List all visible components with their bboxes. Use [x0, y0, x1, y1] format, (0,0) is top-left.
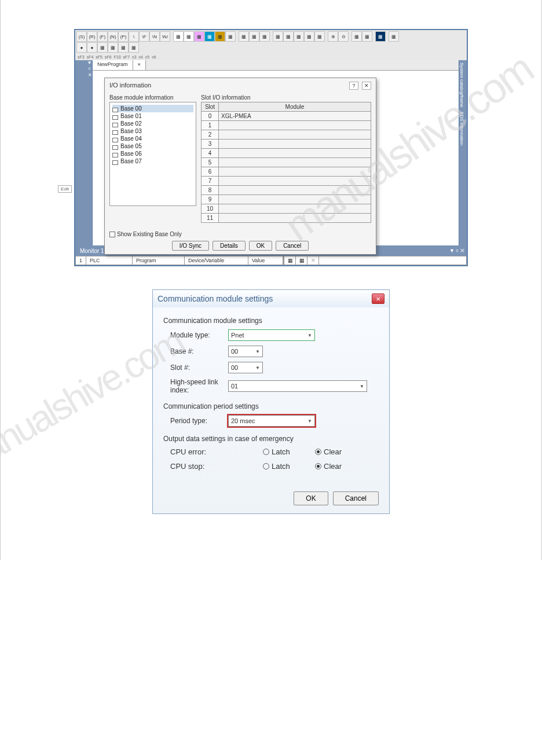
- right-tab-1[interactable]: System catalog/frame: [459, 60, 464, 109]
- cpu-error-label: CPU error:: [170, 447, 263, 456]
- table-row[interactable]: 3: [202, 140, 371, 149]
- table-row[interactable]: 2: [202, 130, 371, 140]
- hint: sF6: [105, 55, 112, 59]
- tb-icon-20[interactable]: ●: [87, 42, 97, 53]
- tree-item[interactable]: Base 05: [112, 142, 193, 150]
- checkbox-icon: [109, 232, 115, 237]
- close-icon[interactable]: ✕: [372, 293, 384, 304]
- cpu-stop-clear[interactable]: Clear: [315, 462, 367, 471]
- table-row[interactable]: 7: [202, 177, 371, 186]
- tb-icon-5[interactable]: ▦: [215, 31, 225, 42]
- tb-p[interactable]: (P): [118, 31, 129, 42]
- tb-n[interactable]: (N): [108, 31, 118, 42]
- tb-icon-9[interactable]: ▦: [259, 31, 270, 42]
- slot-table: Slot Module 0XGL-PMEA 1 2 3 4 5 6 7: [201, 102, 371, 223]
- table-row[interactable]: 11: [202, 214, 371, 223]
- tb-x4[interactable]: \N/: [160, 31, 170, 42]
- tb-icon-23[interactable]: ▦: [118, 42, 129, 53]
- tb-f[interactable]: (F): [97, 31, 108, 42]
- tb-icon-4[interactable]: ▦: [204, 31, 215, 42]
- table-row[interactable]: 6: [202, 167, 371, 177]
- table-row[interactable]: 5: [202, 158, 371, 167]
- tb-s[interactable]: (S): [76, 31, 87, 42]
- table-row[interactable]: 4: [202, 149, 371, 158]
- io-sync-button[interactable]: I/O Sync: [172, 241, 209, 251]
- base-tree[interactable]: Base 00 Base 01 Base 02 Base 03 Base 04 …: [109, 102, 196, 206]
- tb-x2[interactable]: \F: [139, 31, 149, 42]
- tb-icon-18[interactable]: ▦: [389, 31, 399, 42]
- radio-icon: [315, 463, 321, 469]
- ok-button[interactable]: OK: [249, 241, 272, 251]
- tree-item[interactable]: Base 01: [112, 112, 193, 120]
- table-row[interactable]: 10: [202, 204, 371, 214]
- help-icon[interactable]: ?: [349, 82, 358, 90]
- table-row[interactable]: 8: [202, 186, 371, 195]
- details-button[interactable]: Details: [213, 241, 246, 251]
- tb-icon-6[interactable]: ▦: [225, 31, 236, 42]
- tb-icon-7[interactable]: ▦: [239, 31, 249, 42]
- edit-tab[interactable]: Edit: [58, 185, 72, 193]
- cpu-error-clear[interactable]: Clear: [315, 447, 367, 456]
- tb-icon-10[interactable]: ▦: [273, 31, 283, 42]
- chevron-down-icon: ▼: [255, 365, 260, 370]
- tb-icon-8[interactable]: ▦: [249, 31, 259, 42]
- tb-icon-24[interactable]: ▦: [129, 42, 139, 53]
- right-tab-2[interactable]: EDS information: [459, 109, 464, 148]
- hint: sF7: [123, 55, 130, 59]
- tree-item[interactable]: Base 04: [112, 135, 193, 142]
- period-select[interactable]: 20 msec ▼: [228, 415, 315, 427]
- cpu-stop-latch[interactable]: Latch: [263, 462, 315, 471]
- tab-close-icon[interactable]: ×: [133, 60, 146, 70]
- tb-icon-15[interactable]: ▦: [351, 31, 362, 42]
- panel-controls[interactable]: ▼ ⌗ ✕: [447, 248, 467, 254]
- tb-icon-22[interactable]: ▦: [108, 42, 118, 53]
- tb-icon-16[interactable]: ▦: [362, 31, 372, 42]
- tree-item[interactable]: Base 02: [112, 120, 193, 127]
- module-type-select[interactable]: Pnet ▼: [228, 329, 315, 341]
- tb-x3[interactable]: \N: [149, 31, 160, 42]
- tree-item[interactable]: Base 06: [112, 150, 193, 157]
- cancel-button[interactable]: Cancel: [333, 491, 379, 505]
- radio-label: Latch: [272, 462, 290, 471]
- hint: F10: [114, 55, 121, 59]
- tb-icon-21[interactable]: ▦: [97, 42, 108, 53]
- tb-icon-3[interactable]: ▦: [194, 31, 204, 42]
- table-row[interactable]: 9: [202, 195, 371, 204]
- close-icon[interactable]: ✕: [362, 82, 371, 90]
- slot-select[interactable]: 00 ▼: [228, 362, 263, 373]
- tb-zoom-in-icon[interactable]: ⊕: [328, 31, 338, 42]
- show-existing-checkbox[interactable]: Show Existing Base Only: [109, 231, 182, 237]
- tb-x1[interactable]: \: [129, 31, 139, 42]
- check-program-grid: ▦ ▦ ✕: [284, 256, 467, 265]
- tb-icon-2[interactable]: ▦: [184, 31, 194, 42]
- tree-item[interactable]: Base 07: [112, 157, 193, 165]
- hsl-select[interactable]: 01 ▼: [228, 380, 367, 392]
- tb-icon-14[interactable]: ▦: [314, 31, 325, 42]
- tree-item[interactable]: Base 03: [112, 127, 193, 135]
- dock-controls[interactable]: ▼ ⌗ ✕: [87, 60, 92, 78]
- slot-label: Slot #:: [170, 364, 228, 372]
- cancel-button[interactable]: Cancel: [276, 241, 309, 251]
- table-row[interactable]: 0XGL-PMEA: [202, 112, 371, 121]
- tb-icon-13[interactable]: ▦: [304, 31, 314, 42]
- base-select[interactable]: 00 ▼: [228, 346, 263, 357]
- module-type-label: Module type:: [170, 331, 228, 339]
- table-row[interactable]: 1: [202, 121, 371, 130]
- tb-icon-17[interactable]: ▦: [375, 31, 386, 42]
- col-device: Device/Variable: [185, 256, 248, 265]
- chevron-down-icon: ▼: [307, 333, 312, 338]
- tab-newprogram[interactable]: NewProgram: [93, 60, 133, 70]
- tree-item[interactable]: Base 00: [112, 105, 193, 112]
- tb-icon-11[interactable]: ▦: [283, 31, 294, 42]
- col-plc: PLC: [86, 256, 133, 265]
- comm-settings-dialog: Communication module settings ✕ Communic…: [152, 289, 390, 514]
- cpu-stop-label: CPU stop:: [170, 462, 263, 471]
- ok-button[interactable]: OK: [294, 491, 328, 505]
- tb-icon-12[interactable]: ▦: [294, 31, 304, 42]
- cpu-error-latch[interactable]: Latch: [263, 447, 315, 456]
- tb-zoom-out-icon[interactable]: ⊖: [338, 31, 349, 42]
- tb-icon-19[interactable]: ●: [76, 42, 87, 53]
- tb-icon-1[interactable]: ▦: [173, 31, 184, 42]
- hint: c5: [145, 55, 149, 59]
- tb-r[interactable]: (R): [87, 31, 97, 42]
